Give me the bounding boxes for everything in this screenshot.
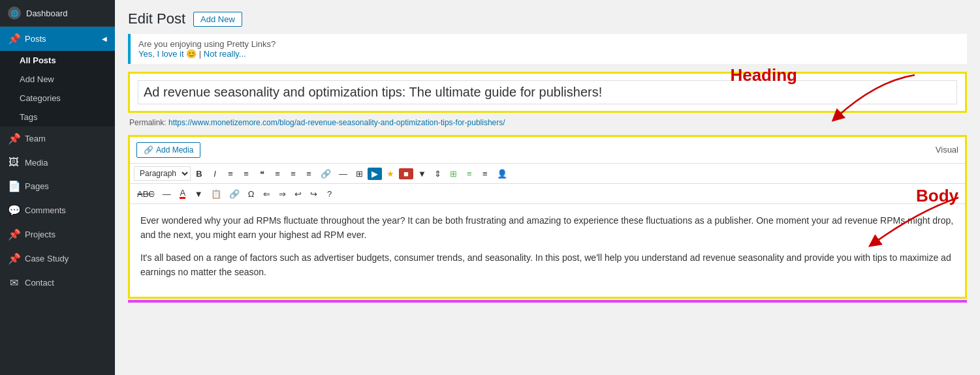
add-media-icon: 🔗 xyxy=(144,145,153,155)
annotation-body: Body xyxy=(916,186,958,206)
posts-submenu: All Posts Add New Categories Tags xyxy=(0,51,115,127)
pages-icon: 📄 xyxy=(8,180,20,192)
help-button[interactable]: ? xyxy=(323,188,337,200)
strikethrough-button[interactable]: ABC xyxy=(134,188,158,200)
text-color-button[interactable]: A xyxy=(176,187,190,201)
editor-body-p2: It's all based on a range of factors suc… xyxy=(140,250,955,280)
align-button2[interactable]: ≡ xyxy=(478,168,492,180)
add-media-button[interactable]: 🔗 Add Media xyxy=(136,142,200,158)
sidebar: 🌐 Dashboard 📌 Posts ◀ All Posts Add New … xyxy=(0,0,115,375)
post-title-wrap xyxy=(128,72,967,113)
visual-tab[interactable]: Visual xyxy=(936,142,958,155)
sidebar-item-label: Team xyxy=(25,134,46,143)
sidebar-item-projects[interactable]: 📌 Projects xyxy=(0,222,115,247)
notice-bar: Are you enjoying using Pretty Links? Yes… xyxy=(128,34,967,64)
sidebar-logo-text: Dashboard xyxy=(26,8,68,18)
undo-button[interactable]: ↩ xyxy=(291,188,306,200)
align-left-button[interactable]: ≡ xyxy=(270,168,285,180)
media-icon: 🖼 xyxy=(8,157,20,168)
permalink-bar: Permalink: https://www.monetizemore.com/… xyxy=(128,118,967,127)
dropdown-button[interactable]: ▼ xyxy=(415,168,430,180)
indent-button[interactable]: ⇒ xyxy=(276,188,290,200)
projects-icon: 📌 xyxy=(8,228,20,241)
sidebar-item-label: Pages xyxy=(25,181,49,191)
sidebar-item-pages[interactable]: 📄 Pages xyxy=(0,174,115,198)
user-button[interactable]: 👤 xyxy=(494,168,511,180)
link-button[interactable]: 🔗 xyxy=(317,168,334,180)
case-study-icon: 📌 xyxy=(8,252,20,265)
comments-icon: 💬 xyxy=(8,204,20,217)
sidebar-item-posts[interactable]: 📌 Posts ◀ xyxy=(0,27,115,51)
sidebar-item-label: Projects xyxy=(25,230,55,239)
page-title: Edit Post xyxy=(128,10,185,27)
sidebar-item-media[interactable]: 🖼 Media xyxy=(0,151,115,174)
post-title-input[interactable] xyxy=(138,80,957,104)
blockquote-button[interactable]: ❝ xyxy=(255,168,269,180)
paste-button[interactable]: 📋 xyxy=(208,188,225,200)
sidebar-item-comments[interactable]: 💬 Comments xyxy=(0,198,115,222)
add-new-button[interactable]: Add New xyxy=(193,12,242,27)
editor-body-p1: Ever wondered why your ad RPMs fluctuate… xyxy=(140,213,955,243)
align-center-button[interactable]: ≡ xyxy=(286,168,300,180)
page-header: Edit Post Add New xyxy=(128,10,967,27)
eraser-button[interactable]: 🔗 xyxy=(226,188,243,200)
posts-icon: 📌 xyxy=(8,33,20,45)
redo-button[interactable]: ↪ xyxy=(307,188,321,200)
sidebar-item-add-new[interactable]: Add New xyxy=(0,70,115,89)
sidebar-item-categories[interactable]: Categories xyxy=(0,89,115,108)
sidebar-item-label: All Posts xyxy=(20,55,56,65)
sidebar-item-label: Contact xyxy=(25,278,54,288)
toolbar-row1: Paragraph B I ≡ ≡ ❝ ≡ ≡ ≡ 🔗 — ⊞ ▶ ★ ■ ▼ … xyxy=(130,164,965,184)
chevron-icon: ◀ xyxy=(102,35,107,42)
sidebar-item-all-posts[interactable]: All Posts xyxy=(0,51,115,70)
sidebar-item-label: Tags xyxy=(20,112,37,122)
add-media-label: Add Media xyxy=(156,145,193,155)
sidebar-item-label: Add New xyxy=(20,74,54,84)
code-button[interactable]: ▶ xyxy=(368,168,382,180)
format-select[interactable]: Paragraph xyxy=(134,166,191,181)
editor-wrap: 🔗 Add Media Visual Paragraph B I ≡ ≡ ❝ ≡… xyxy=(128,135,967,299)
toolbar-row2: ABC — A ▼ 📋 🔗 Ω ⇐ ⇒ ↩ ↪ ? xyxy=(130,184,965,204)
sidebar-item-case-study[interactable]: 📌 Case Study xyxy=(0,247,115,271)
unordered-list-button[interactable]: ≡ xyxy=(223,168,238,180)
star-button[interactable]: ★ xyxy=(383,168,398,180)
outdent-button[interactable]: ⇐ xyxy=(260,188,274,200)
dashboard-icon: 🌐 xyxy=(8,7,21,20)
italic-button[interactable]: I xyxy=(208,168,222,180)
notice-link-yes[interactable]: Yes, I love it 😊 xyxy=(138,49,197,59)
square-button[interactable]: ■ xyxy=(399,168,413,179)
sidebar-item-label: Categories xyxy=(20,93,61,103)
editor-header: 🔗 Add Media Visual xyxy=(130,137,965,164)
sidebar-item-label: Media xyxy=(25,158,48,168)
notice-text: Are you enjoying using Pretty Links? xyxy=(138,39,959,49)
permalink-url[interactable]: https://www.monetizemore.com/blog/ad-rev… xyxy=(168,118,505,127)
table-button[interactable]: ⊞ xyxy=(352,168,366,180)
sidebar-item-label: Comments xyxy=(25,205,66,215)
sidebar-item-label: Posts xyxy=(25,34,46,44)
editor-body[interactable]: Ever wondered why your ad RPMs fluctuate… xyxy=(130,204,965,297)
sidebar-item-label: Case Study xyxy=(25,254,69,263)
hr-button[interactable]: — xyxy=(159,188,174,200)
more-button[interactable]: — xyxy=(336,168,351,180)
move-button[interactable]: ⇕ xyxy=(431,168,445,180)
bold-button[interactable]: B xyxy=(192,168,206,180)
align-right-button[interactable]: ≡ xyxy=(302,168,316,180)
sidebar-item-contact[interactable]: ✉ Contact xyxy=(0,271,115,295)
omega-button[interactable]: Ω xyxy=(244,188,259,200)
team-icon: 📌 xyxy=(8,132,20,145)
notice-link-no[interactable]: Not really... xyxy=(204,49,246,59)
grid-button[interactable]: ⊞ xyxy=(447,168,461,180)
notice-separator: | xyxy=(199,49,204,59)
ordered-list-button[interactable]: ≡ xyxy=(239,168,253,180)
main-content: Edit Post Add New Are you enjoying using… xyxy=(115,0,980,375)
contact-icon: ✉ xyxy=(8,277,20,289)
permalink-label: Permalink: xyxy=(129,118,168,127)
color-dropdown-button[interactable]: ▼ xyxy=(191,188,206,200)
lines-button[interactable]: ≡ xyxy=(462,168,477,180)
sidebar-item-team[interactable]: 📌 Team xyxy=(0,127,115,151)
sidebar-logo[interactable]: 🌐 Dashboard xyxy=(0,0,115,27)
bottom-accent-bar xyxy=(128,300,967,303)
sidebar-item-tags[interactable]: Tags xyxy=(0,108,115,127)
